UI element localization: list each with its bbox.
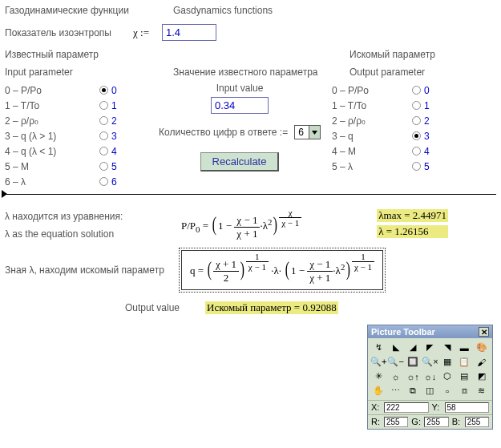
known-param-label: Известный параметр (5, 49, 349, 60)
input-param-radio-0[interactable]: 0 (99, 83, 147, 98)
output-value-label: Output value (125, 302, 205, 313)
radio-icon (99, 177, 108, 186)
input-param-radio-2[interactable]: 2 (99, 113, 147, 128)
chi-symbol: χ := (133, 26, 162, 39)
lambda-from-eq-ru: λ находится из уравнения: (5, 211, 181, 222)
radio-icon (412, 131, 421, 140)
output-param-digit-1: 1 (424, 100, 430, 111)
output-param-label-5: 5 – λ (332, 159, 412, 174)
input-param-label-0: 0 – P/Po (5, 83, 99, 98)
radio-icon (99, 147, 108, 155)
input-param-label-4: 4 – q (λ < 1) (5, 143, 99, 159)
title-en: Gasdynamics functions (173, 5, 273, 16)
input-param-label-6: 6 – λ (5, 174, 99, 189)
output-param-radio-4[interactable]: 4 (412, 143, 452, 159)
input-param-radio-3[interactable]: 3 (99, 128, 147, 143)
result-badge: Искомый параметр = 0.92088 (205, 301, 338, 314)
output-param-radios: 012345 (412, 83, 452, 189)
output-param-digit-5: 5 (424, 161, 430, 172)
input-param-radio-1[interactable]: 1 (99, 98, 147, 113)
input-param-digit-1: 1 (111, 100, 117, 111)
equation-q: q = (χ + 12)1χ − 1 ·λ· (1 − χ − 1χ + 1·λ… (181, 250, 383, 291)
output-param-radio-1[interactable]: 1 (412, 98, 452, 113)
input-value-label: Input value (147, 83, 332, 94)
output-param-label-4: 4 – M (332, 143, 412, 159)
input-param-radio-6[interactable]: 6 (99, 174, 147, 189)
radio-icon (99, 86, 108, 95)
recalculate-button[interactable]: Recalculate (200, 152, 280, 172)
input-param-radio-4[interactable]: 4 (99, 143, 147, 159)
digits-value: 6 (295, 127, 309, 138)
input-param-digit-4: 4 (111, 146, 117, 157)
output-param-label-3: 3 – q (332, 128, 412, 143)
radio-icon (412, 147, 421, 155)
input-param-radios: 0123456 (99, 83, 147, 189)
output-param-label-1: 1 – T/To (332, 98, 412, 113)
radio-icon (412, 101, 421, 110)
title-ru: Газодинамические функции (5, 5, 173, 16)
radio-icon (412, 162, 421, 171)
input-param-digit-2: 2 (111, 115, 117, 127)
lambda-max-badge: λmax = 2.44971 (377, 209, 448, 222)
output-param-label: Output parameter (349, 67, 425, 78)
input-param-label-1: 1 – T/To (5, 98, 99, 113)
output-param-label-0: 0 – P/Po (332, 83, 412, 98)
equation-ppo: P/P0 = (1 − χ − 1χ + 1·λ2)χχ − 1 (181, 211, 301, 240)
input-param-digit-6: 6 (111, 176, 117, 188)
output-param-digit-2: 2 (424, 115, 430, 127)
input-param-digit-3: 3 (111, 131, 117, 142)
input-param-options: 0 – P/Po1 – T/To2 – ρ/ρ₀3 – q (λ > 1)4 –… (5, 83, 99, 189)
input-param-label-3: 3 – q (λ > 1) (5, 128, 99, 143)
output-param-digit-0: 0 (424, 85, 430, 96)
radio-icon (412, 86, 421, 95)
output-param-digit-3: 3 (424, 131, 430, 142)
radio-icon (99, 131, 108, 140)
input-value-field[interactable] (211, 97, 269, 114)
radio-icon (99, 101, 108, 110)
radio-icon (99, 162, 108, 171)
output-param-radio-3[interactable]: 3 (412, 128, 452, 143)
chi-input[interactable] (162, 24, 216, 41)
output-param-label-2: 2 – ρ/ρ₀ (332, 113, 412, 128)
svg-marker-0 (312, 131, 317, 135)
lambda-badge: λ = 1.26156 (377, 225, 448, 238)
output-param-options: 0 – P/Po1 – T/To2 – ρ/ρ₀3 – q4 – M5 – λ (332, 83, 412, 189)
input-param-digit-5: 5 (111, 161, 117, 172)
digits-label: Количество цифр в ответе := (159, 127, 288, 138)
input-param-radio-5[interactable]: 5 (99, 159, 147, 174)
lambda-from-eq-en: λ as the equation solution (5, 228, 181, 240)
output-param-radio-0[interactable]: 0 (412, 83, 452, 98)
isentrope-label: Показатель изоэнтропы (5, 27, 133, 38)
input-param-label: Input parameter (5, 67, 173, 78)
input-param-digit-0: 0 (111, 85, 117, 96)
input-param-label-2: 2 – ρ/ρ₀ (5, 113, 99, 128)
output-param-digit-4: 4 (424, 146, 430, 157)
divider (5, 194, 496, 195)
radio-icon (99, 116, 108, 125)
output-param-radio-5[interactable]: 5 (412, 159, 452, 174)
output-param-radio-2[interactable]: 2 (412, 113, 452, 128)
radio-icon (412, 116, 421, 125)
known-value-label: Значение известного параметра (173, 67, 349, 78)
input-param-label-5: 5 – M (5, 159, 99, 174)
chevron-down-icon (309, 126, 320, 139)
sought-param-label: Искомый параметр (349, 49, 435, 60)
known-lambda-line: Зная λ, находим искомый параметр (5, 264, 181, 276)
digits-dropdown[interactable]: 6 (294, 125, 321, 139)
